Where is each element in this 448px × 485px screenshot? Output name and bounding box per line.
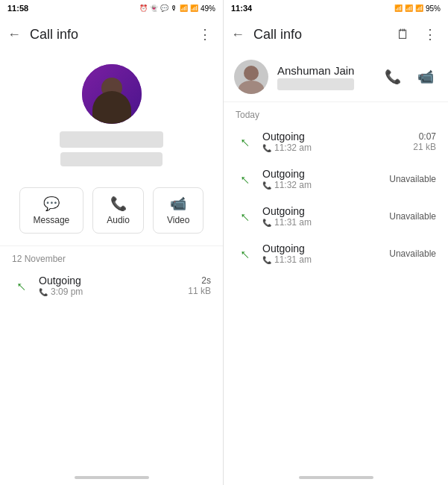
right-home-bar [299, 476, 373, 479]
left-status-bar: 11:58 ⏰ 👻 💬 🎙 📶 📶 49% [0, 0, 223, 16]
right-call-type-2: Outgoing [262, 205, 389, 217]
contact-video-button[interactable]: 📹 [414, 65, 438, 89]
right-call-meta-3: Unavailable [389, 248, 436, 259]
right-call-time-row-0: 📞 11:32 am [262, 143, 413, 153]
audio-button[interactable]: 📞 Audio [92, 187, 144, 234]
right-scroll[interactable]: ↑ Outgoing 📞 11:32 am 0:07 21 kB ↑ Outgo… [224, 123, 448, 470]
left-call-time-row: 📞 3:09 pm [39, 287, 188, 297]
right-more-button[interactable]: ⋮ [420, 24, 441, 45]
right-today-label: Today [224, 102, 448, 123]
right-call-size-0: 21 kB [413, 142, 436, 152]
contact-actions: 📞 📹 [381, 65, 438, 89]
left-call-log-item[interactable]: ↑ Outgoing 📞 3:09 pm 2s 11 kB [0, 267, 223, 304]
right-call-info-1: Outgoing 📞 11:32 am [262, 168, 389, 190]
right-call-time-1: 11:32 am [274, 180, 312, 190]
video-button[interactable]: 📹 Video [153, 187, 204, 234]
contact-number: blurred [277, 78, 354, 90]
right-status-bar: 11:34 📶 📶 📶 95% [224, 0, 448, 16]
right-status-icons: 📶 📶 📶 95% [394, 4, 441, 13]
left-call-info: Outgoing 📞 3:09 pm [39, 275, 188, 297]
right-call-log-item-3[interactable]: ↑ Outgoing 📞 11:31 am Unavailable [224, 235, 448, 272]
right-call-type-3: Outgoing [262, 242, 389, 254]
right-call-info-0: Outgoing 📞 11:32 am [262, 131, 413, 153]
right-call-meta-0: 0:07 21 kB [413, 131, 436, 152]
left-header: ← Call info ⋮ [0, 16, 223, 52]
right-call-duration-0: 0:07 [413, 131, 436, 142]
right-phone-icon-2: 📞 [262, 219, 271, 227]
right-call-info-2: Outgoing 📞 11:31 am [262, 205, 389, 228]
right-call-log-item-1[interactable]: ↑ Outgoing 📞 11:32 am Unavailable [224, 160, 448, 198]
left-page-title: Call info [30, 27, 195, 43]
right-outgoing-arrow-0: ↑ [236, 133, 253, 151]
left-home-bar [75, 476, 149, 479]
right-call-status-2: Unavailable [389, 211, 436, 222]
right-header-icons: 🗒 ⋮ [393, 24, 441, 45]
right-phone-icon-0: 📞 [262, 144, 271, 152]
whatsapp-icon: 💬 [160, 4, 168, 12]
snapchat-icon: 👻 [150, 4, 158, 12]
right-call-time-row-2: 📞 11:31 am [262, 217, 389, 228]
right-call-time-row-1: 📞 11:32 am [262, 180, 389, 190]
contact-row: Anshuman Jain blurred 📞 📹 [224, 52, 448, 102]
left-scroll[interactable]: 12 November ↑ Outgoing 📞 3:09 pm 2s 11 k… [0, 246, 223, 470]
right-call-info-3: Outgoing 📞 11:31 am [262, 242, 389, 265]
left-call-duration: 2s [188, 275, 211, 286]
left-call-phone-icon: 📞 [39, 288, 48, 296]
left-call-type: Outgoing [39, 275, 188, 287]
right-call-time-row-3: 📞 11:31 am [262, 254, 389, 265]
contact-phone-button[interactable]: 📞 [381, 65, 405, 89]
left-home-indicator [0, 470, 223, 485]
right-time: 11:34 [231, 4, 252, 13]
right-home-indicator [224, 470, 448, 485]
right-call-type-1: Outgoing [262, 168, 389, 180]
message-icon: 💬 [43, 195, 60, 212]
right-call-type-0: Outgoing [262, 131, 413, 143]
wifi-icon: 📶 [180, 4, 188, 12]
left-call-meta: 2s 11 kB [188, 275, 211, 296]
audio-icon: 📞 [110, 195, 127, 212]
right-call-meta-1: Unavailable [389, 174, 436, 184]
right-battery: 95% [426, 4, 441, 13]
right-call-status-1: Unavailable [389, 174, 436, 184]
right-phone-icon-1: 📞 [262, 181, 271, 190]
left-avatar-body [92, 91, 131, 124]
video-label: Video [167, 215, 189, 225]
right-page-title: Call info [253, 27, 393, 43]
right-outgoing-arrow-1: ↑ [236, 170, 253, 188]
left-more-button[interactable]: ⋮ [195, 24, 215, 45]
left-avatar-inner [82, 64, 142, 124]
message-button[interactable]: 💬 Message [19, 187, 84, 234]
message-label: Message [34, 215, 70, 225]
video-icon: 📹 [170, 195, 186, 212]
contact-info: Anshuman Jain blurred [277, 64, 354, 90]
contact-name: Anshuman Jain [277, 64, 354, 77]
right-call-time-3: 11:31 am [274, 254, 312, 265]
left-panel: 11:58 ⏰ 👻 💬 🎙 📶 📶 49% ← Call info ⋮ blur… [0, 0, 224, 485]
left-profile-number: blurred number [60, 152, 162, 166]
left-call-time: 3:09 pm [51, 287, 83, 297]
left-profile-section: blurred name blurred number [0, 52, 223, 175]
contact-avatar-head [244, 66, 259, 81]
right-call-status-3: Unavailable [389, 248, 436, 259]
right-header: ← Call info 🗒 ⋮ [224, 16, 448, 52]
alarm-icon: ⏰ [139, 4, 148, 12]
left-back-button[interactable]: ← [7, 27, 21, 43]
left-avatar [82, 64, 142, 124]
left-date-header: 12 November [0, 246, 223, 267]
right-call-time-0: 11:32 am [274, 143, 312, 153]
left-status-icons: ⏰ 👻 💬 🎙 📶 📶 49% [139, 4, 215, 13]
audio-label: Audio [107, 215, 130, 225]
right-signal1-icon: 📶 [394, 4, 403, 12]
signal-icon: 📶 [190, 4, 198, 12]
right-call-log-item-2[interactable]: ↑ Outgoing 📞 11:31 am Unavailable [224, 198, 448, 235]
right-call-log-item-0[interactable]: ↑ Outgoing 📞 11:32 am 0:07 21 kB [224, 123, 448, 160]
right-signal2-icon: 📶 [415, 4, 423, 12]
contact-avatar [234, 60, 268, 94]
left-outgoing-arrow: ↑ [12, 277, 30, 295]
right-call-meta-2: Unavailable [389, 211, 436, 222]
right-panel: 11:34 📶 📶 📶 95% ← Call info 🗒 ⋮ Anshuman… [224, 0, 448, 485]
right-note-button[interactable]: 🗒 [393, 24, 414, 45]
left-battery: 49% [201, 4, 215, 13]
left-time: 11:58 [7, 4, 28, 13]
right-back-button[interactable]: ← [231, 27, 244, 43]
